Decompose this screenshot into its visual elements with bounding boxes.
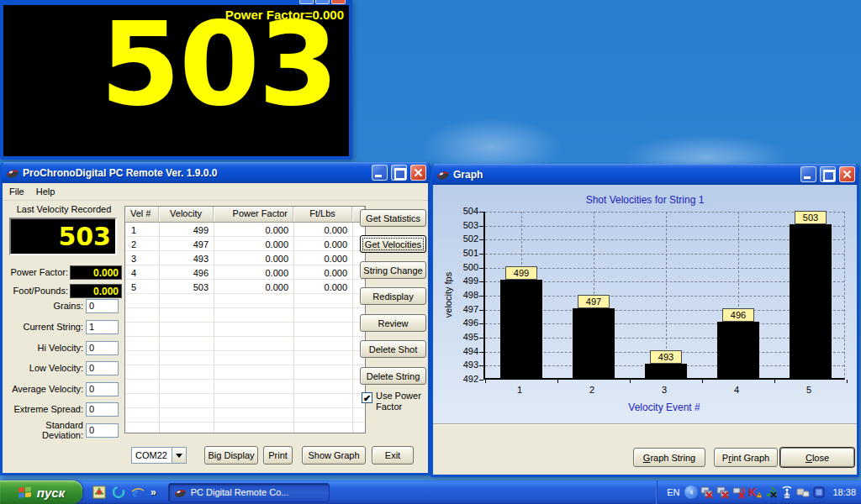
checkbox-checked-icon[interactable]: ✔ bbox=[362, 392, 372, 403]
use-power-factor-checkbox-row[interactable]: ✔ Use Power Factor bbox=[362, 391, 425, 412]
y-tick-label: 496 bbox=[450, 318, 478, 328]
average-velocity-input[interactable] bbox=[86, 382, 119, 396]
extreme-spread-input[interactable] bbox=[86, 402, 119, 417]
grains-label: Grains: bbox=[3, 301, 86, 311]
current-string-input[interactable] bbox=[86, 320, 119, 334]
bar bbox=[500, 280, 542, 378]
get-statistics-button[interactable]: Get Statistics bbox=[360, 209, 426, 227]
antenna-icon[interactable] bbox=[780, 486, 794, 499]
print-button[interactable]: Print bbox=[263, 446, 293, 465]
maximize-button[interactable] bbox=[391, 165, 407, 181]
string-change-button[interactable]: String Change bbox=[360, 261, 426, 279]
big-display-button[interactable]: Big Display bbox=[204, 446, 258, 465]
close-button[interactable] bbox=[839, 166, 855, 182]
taskbar-task-button[interactable]: PC Digital Remote Co... bbox=[168, 483, 330, 502]
y-tick bbox=[479, 310, 483, 311]
system-tray: EN ‹ K bbox=[657, 480, 861, 504]
x-tick-label: 4 bbox=[700, 385, 773, 395]
menu-help[interactable]: Help bbox=[36, 186, 55, 197]
quick-launch: e » bbox=[82, 486, 163, 499]
network-disconnected-icon[interactable] bbox=[700, 486, 714, 499]
current-string-row: Current String: bbox=[3, 319, 122, 334]
app-tray-icon[interactable] bbox=[812, 486, 826, 499]
last-velocity-display: 503 bbox=[9, 218, 117, 255]
grains-input[interactable] bbox=[86, 299, 119, 313]
bar-value-label: 493 bbox=[650, 350, 682, 364]
print-graph-button[interactable]: Print Graph bbox=[714, 448, 778, 467]
low-velocity-row: Low Velocity: bbox=[3, 360, 122, 375]
y-tick-label: 494 bbox=[450, 346, 478, 356]
show-graph-button[interactable]: Show Graph bbox=[302, 446, 366, 465]
cell-ftlbs: 0.000 bbox=[293, 239, 352, 249]
y-tick bbox=[479, 212, 483, 213]
velocity-table-header[interactable]: Vel # Velocity Power Factor Ft/Lbs bbox=[125, 207, 365, 223]
get-velocities-button[interactable]: Get Velocities bbox=[360, 235, 426, 253]
exit-button[interactable]: Exit bbox=[372, 446, 414, 465]
graph-titlebar[interactable]: Graph bbox=[432, 164, 858, 185]
col-header-velocity[interactable]: Velocity bbox=[159, 207, 214, 222]
x-tick-label: 2 bbox=[556, 385, 628, 395]
y-tick bbox=[479, 323, 483, 324]
app-icon bbox=[6, 166, 19, 180]
x-tick bbox=[630, 380, 631, 383]
table-row[interactable]: 4 496 0.000 0.000 bbox=[125, 265, 365, 280]
quick-launch-overflow-icon[interactable]: » bbox=[151, 486, 156, 498]
delete-shot-button[interactable]: Delete Shot bbox=[360, 340, 426, 358]
com-port-select[interactable]: COM22 bbox=[131, 447, 187, 464]
chevron-down-icon[interactable] bbox=[172, 448, 186, 463]
prochrono-titlebar[interactable]: ProChronoDigital PC Remote Ver. 1.9.0.0 bbox=[2, 162, 429, 183]
x-tick bbox=[485, 380, 486, 383]
maximize-button[interactable] bbox=[820, 166, 836, 182]
col-header-power-factor[interactable]: Power Factor bbox=[214, 207, 293, 222]
table-row[interactable]: 3 493 0.000 0.000 bbox=[125, 251, 365, 265]
start-button[interactable]: пуск bbox=[0, 480, 82, 504]
redisplay-button[interactable]: Redisplay bbox=[360, 287, 426, 305]
standard-deviation-row: Standard Deviation: bbox=[3, 423, 122, 438]
standard-deviation-input[interactable] bbox=[86, 423, 119, 438]
antivirus-alert-icon[interactable]: K bbox=[748, 486, 762, 499]
hi-velocity-input[interactable] bbox=[86, 341, 119, 355]
signal-disabled-icon[interactable] bbox=[764, 486, 778, 499]
foot-pounds-readout: Foot/Pounds: 0.000 bbox=[4, 283, 122, 298]
wireless-problem-icon[interactable] bbox=[732, 486, 746, 499]
minimize-button[interactable] bbox=[372, 165, 388, 181]
photo-app-icon[interactable] bbox=[92, 486, 106, 499]
use-power-factor-label: Use Power Factor bbox=[376, 391, 425, 412]
close-graph-button[interactable]: Close bbox=[780, 448, 854, 467]
menu-file[interactable]: File bbox=[9, 186, 24, 197]
low-velocity-input[interactable] bbox=[86, 361, 119, 375]
window-title: ProChronoDigital PC Remote Ver. 1.9.0.0 bbox=[23, 167, 368, 179]
svg-text:K: K bbox=[748, 486, 757, 499]
col-header-ftlbs[interactable]: Ft/Lbs bbox=[293, 207, 352, 222]
cell-ftlbs: 0.000 bbox=[293, 254, 352, 264]
close-button[interactable] bbox=[410, 165, 426, 181]
cell-power-factor: 0.000 bbox=[214, 239, 293, 249]
table-row[interactable]: 1 499 0.000 0.000 bbox=[125, 223, 365, 237]
plot-area: 499497493496503 bbox=[483, 212, 845, 380]
network-disconnected-icon[interactable] bbox=[716, 486, 730, 499]
review-button[interactable]: Review bbox=[360, 314, 426, 332]
language-indicator[interactable]: EN bbox=[664, 487, 682, 497]
bar bbox=[790, 224, 832, 378]
col-header-vel[interactable]: Vel # bbox=[125, 207, 159, 222]
taskbar-clock[interactable]: 18:38 bbox=[828, 487, 856, 497]
dual-monitor-icon[interactable] bbox=[796, 486, 810, 499]
bar bbox=[573, 308, 615, 378]
messenger-app-icon[interactable] bbox=[112, 486, 125, 499]
table-row[interactable]: 2 497 0.000 0.000 bbox=[125, 237, 365, 251]
hi-velocity-row: Hi Velocity: bbox=[3, 340, 122, 355]
x-axis-title: Velocity Event # bbox=[483, 402, 845, 413]
internet-explorer-icon[interactable]: e bbox=[131, 486, 145, 499]
x-axis-labels: 12345 bbox=[483, 385, 845, 395]
gridline bbox=[485, 212, 844, 213]
y-tick-label: 500 bbox=[450, 262, 478, 272]
table-row[interactable]: 5 503 0.000 0.000 bbox=[125, 280, 365, 294]
minimize-button[interactable] bbox=[800, 166, 816, 182]
tray-collapse-icon[interactable]: ‹ bbox=[684, 486, 698, 499]
foot-pounds-label: Foot/Pounds: bbox=[4, 286, 70, 296]
y-tick bbox=[479, 365, 483, 366]
delete-string-button[interactable]: Delete String bbox=[360, 367, 426, 385]
bar bbox=[645, 364, 687, 378]
velocity-table[interactable]: Vel # Velocity Power Factor Ft/Lbs 1 499… bbox=[124, 206, 366, 433]
graph-string-button[interactable]: Graph String bbox=[633, 448, 705, 467]
